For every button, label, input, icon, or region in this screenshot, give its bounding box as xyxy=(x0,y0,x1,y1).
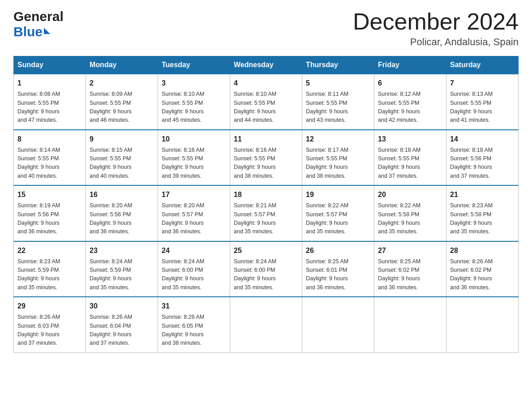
sunrise-text: Sunrise: 8:26 AM xyxy=(17,314,60,320)
calendar-day-cell: 6 Sunrise: 8:12 AM Sunset: 5:55 PM Dayli… xyxy=(374,74,446,130)
daylight-minutes-text: and 35 minutes. xyxy=(306,228,346,235)
day-info: Sunrise: 8:22 AM Sunset: 5:58 PM Dayligh… xyxy=(378,201,442,236)
day-number: 4 xyxy=(234,78,298,89)
daylight-minutes-text: and 40 minutes. xyxy=(17,173,57,179)
header-wednesday: Wednesday xyxy=(230,56,302,74)
location-title: Policar, Andalusia, Spain xyxy=(353,36,519,48)
daylight-text: Daylight: 9 hours xyxy=(450,220,492,226)
day-info: Sunrise: 8:10 AM Sunset: 5:55 PM Dayligh… xyxy=(162,90,226,125)
header-sunday: Sunday xyxy=(14,56,86,74)
logo-general-text: General xyxy=(13,9,64,24)
calendar-day-cell: 29 Sunrise: 8:26 AM Sunset: 6:03 PM Dayl… xyxy=(14,297,86,352)
day-info: Sunrise: 8:18 AM Sunset: 5:56 PM Dayligh… xyxy=(450,146,515,181)
calendar-week-row: 1 Sunrise: 8:08 AM Sunset: 5:55 PM Dayli… xyxy=(14,74,519,130)
day-number: 9 xyxy=(90,134,154,145)
calendar-day-cell: 30 Sunrise: 8:26 AM Sunset: 6:04 PM Dayl… xyxy=(86,297,158,352)
daylight-text: Daylight: 9 hours xyxy=(378,164,420,170)
daylight-minutes-text: and 38 minutes. xyxy=(234,173,274,179)
day-number: 23 xyxy=(90,245,154,256)
daylight-minutes-text: and 39 minutes. xyxy=(162,173,202,179)
day-number: 20 xyxy=(378,189,442,200)
calendar-week-row: 29 Sunrise: 8:26 AM Sunset: 6:03 PM Dayl… xyxy=(14,297,519,352)
day-number: 12 xyxy=(306,134,370,145)
day-info: Sunrise: 8:13 AM Sunset: 5:55 PM Dayligh… xyxy=(450,90,515,125)
calendar-day-cell: 8 Sunrise: 8:14 AM Sunset: 5:55 PM Dayli… xyxy=(14,130,86,186)
calendar-day-cell: 31 Sunrise: 8:26 AM Sunset: 6:05 PM Dayl… xyxy=(158,297,230,352)
sunrise-text: Sunrise: 8:20 AM xyxy=(162,202,204,209)
daylight-minutes-text: and 35 minutes. xyxy=(234,284,274,291)
sunrise-text: Sunrise: 8:22 AM xyxy=(306,202,348,209)
daylight-text: Daylight: 9 hours xyxy=(306,275,348,282)
sunset-text: Sunset: 5:55 PM xyxy=(378,100,419,106)
sunrise-text: Sunrise: 8:16 AM xyxy=(162,147,204,153)
sunset-text: Sunset: 6:02 PM xyxy=(450,267,491,273)
daylight-text: Daylight: 9 hours xyxy=(234,275,276,282)
day-info: Sunrise: 8:23 AM Sunset: 5:59 PM Dayligh… xyxy=(17,257,82,292)
daylight-text: Daylight: 9 hours xyxy=(234,220,276,226)
calendar-day-cell: 21 Sunrise: 8:23 AM Sunset: 5:58 PM Dayl… xyxy=(446,185,519,241)
daylight-text: Daylight: 9 hours xyxy=(17,220,60,226)
daylight-minutes-text: and 35 minutes. xyxy=(378,228,418,235)
sunrise-text: Sunrise: 8:14 AM xyxy=(17,147,60,153)
sunset-text: Sunset: 6:02 PM xyxy=(378,267,419,273)
sunset-text: Sunset: 5:55 PM xyxy=(162,100,203,106)
header-saturday: Saturday xyxy=(446,56,519,74)
calendar-day-cell: 17 Sunrise: 8:20 AM Sunset: 5:57 PM Dayl… xyxy=(158,185,230,241)
day-info: Sunrise: 8:16 AM Sunset: 5:55 PM Dayligh… xyxy=(234,146,298,181)
daylight-text: Daylight: 9 hours xyxy=(306,164,348,170)
daylight-text: Daylight: 9 hours xyxy=(17,164,60,170)
sunset-text: Sunset: 6:00 PM xyxy=(234,267,275,273)
title-area: December 2024 Policar, Andalusia, Spain xyxy=(353,9,519,48)
day-info: Sunrise: 8:08 AM Sunset: 5:55 PM Dayligh… xyxy=(17,90,82,125)
sunrise-text: Sunrise: 8:24 AM xyxy=(90,258,132,265)
daylight-minutes-text: and 37 minutes. xyxy=(90,340,129,346)
header-monday: Monday xyxy=(86,56,158,74)
sunrise-text: Sunrise: 8:26 AM xyxy=(450,258,493,265)
sunset-text: Sunset: 6:01 PM xyxy=(306,267,347,273)
day-info: Sunrise: 8:17 AM Sunset: 5:55 PM Dayligh… xyxy=(306,146,370,181)
daylight-text: Daylight: 9 hours xyxy=(450,108,492,115)
day-number: 21 xyxy=(450,189,515,200)
daylight-text: Daylight: 9 hours xyxy=(90,164,132,170)
daylight-minutes-text: and 36 minutes. xyxy=(17,228,57,235)
day-info: Sunrise: 8:25 AM Sunset: 6:02 PM Dayligh… xyxy=(378,257,442,292)
calendar-day-cell: 12 Sunrise: 8:17 AM Sunset: 5:55 PM Dayl… xyxy=(302,130,374,186)
calendar-day-cell: 27 Sunrise: 8:25 AM Sunset: 6:02 PM Dayl… xyxy=(374,241,446,297)
daylight-text: Daylight: 9 hours xyxy=(17,275,60,282)
sunset-text: Sunset: 5:55 PM xyxy=(17,155,59,162)
day-number: 31 xyxy=(162,301,226,312)
sunset-text: Sunset: 5:56 PM xyxy=(450,155,491,162)
daylight-minutes-text: and 35 minutes. xyxy=(450,228,490,235)
day-info: Sunrise: 8:14 AM Sunset: 5:55 PM Dayligh… xyxy=(17,146,82,181)
day-number: 29 xyxy=(17,301,82,312)
empty-cell xyxy=(446,297,519,352)
empty-cell xyxy=(374,297,446,352)
day-number: 3 xyxy=(162,78,226,89)
day-number: 10 xyxy=(162,134,226,145)
sunrise-text: Sunrise: 8:10 AM xyxy=(234,91,276,97)
calendar-day-cell: 2 Sunrise: 8:09 AM Sunset: 5:55 PM Dayli… xyxy=(86,74,158,130)
daylight-minutes-text: and 36 minutes. xyxy=(378,284,418,291)
day-number: 7 xyxy=(450,78,515,89)
daylight-minutes-text: and 35 minutes. xyxy=(162,284,202,291)
day-info: Sunrise: 8:20 AM Sunset: 5:57 PM Dayligh… xyxy=(162,201,226,236)
sunset-text: Sunset: 6:00 PM xyxy=(162,267,203,273)
sunrise-text: Sunrise: 8:26 AM xyxy=(162,314,204,320)
daylight-minutes-text: and 42 minutes. xyxy=(378,117,418,123)
daylight-text: Daylight: 9 hours xyxy=(90,108,132,115)
day-number: 28 xyxy=(450,245,515,256)
daylight-minutes-text: and 45 minutes. xyxy=(162,117,202,123)
sunrise-text: Sunrise: 8:09 AM xyxy=(90,91,132,97)
day-info: Sunrise: 8:22 AM Sunset: 5:57 PM Dayligh… xyxy=(306,201,370,236)
day-number: 17 xyxy=(162,189,226,200)
sunrise-text: Sunrise: 8:13 AM xyxy=(450,91,493,97)
day-number: 6 xyxy=(378,78,442,89)
daylight-text: Daylight: 9 hours xyxy=(17,108,60,115)
calendar-day-cell: 9 Sunrise: 8:15 AM Sunset: 5:55 PM Dayli… xyxy=(86,130,158,186)
daylight-minutes-text: and 36 minutes. xyxy=(306,284,346,291)
day-info: Sunrise: 8:16 AM Sunset: 5:55 PM Dayligh… xyxy=(162,146,226,181)
daylight-text: Daylight: 9 hours xyxy=(162,164,204,170)
daylight-minutes-text: and 40 minutes. xyxy=(90,173,129,179)
daylight-minutes-text: and 35 minutes. xyxy=(234,228,274,235)
sunset-text: Sunset: 5:55 PM xyxy=(306,155,347,162)
